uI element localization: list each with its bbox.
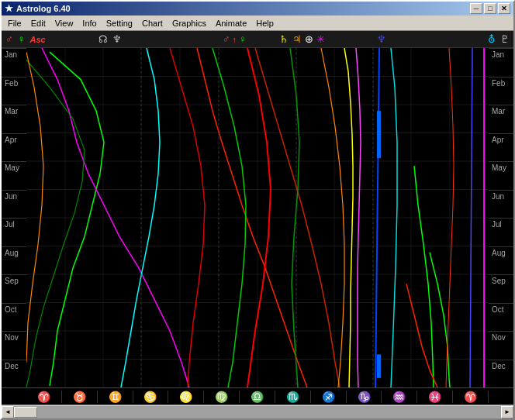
month-jul-right: Jul [489,218,513,246]
menu-bar: File Edit View Info Setting Chart Graphi… [2,15,513,31]
scroll-thumb[interactable] [14,407,37,418]
chart-area: Jan Feb Mar Apr May Jun Jul Aug Sep Oct … [2,48,513,387]
month-apr-left: Apr [2,133,26,162]
app-icon: ★ [5,3,13,14]
main-window: ★ Astrolog 6.40 ─ □ ✕ File Edit View Inf… [0,0,515,420]
minimize-button[interactable]: ─ [470,3,482,14]
planet-symbol-up[interactable]: ↑ [231,35,237,44]
month-aug-left: Aug [2,246,26,275]
zodiac-bar: ♈ ♉ ♊ ♋ ♌ ♍ ♎ ♏ ♐ ♑ ♒ ♓ ♈ [2,387,513,405]
month-jun-right: Jun [489,190,513,219]
planet-symbol-pluto[interactable]: ♇ [498,33,512,45]
planet-symbol-uranus[interactable]: ⛢ [486,33,498,45]
planet-symbol-star[interactable]: ✳ [315,33,327,45]
month-oct-left: Oct [2,303,26,332]
planet-symbol-saturn[interactable]: ♄ [277,33,291,45]
menu-edit[interactable]: Edit [26,16,50,30]
month-sep-right: Sep [489,274,513,303]
close-button[interactable]: ✕ [498,3,510,14]
planet-symbol-neptune2[interactable]: ♆ [375,33,389,45]
zodiac-virgo: ♍ [204,391,240,403]
planet-bar: ♂ ♀ Asc ☊ ♆ ♂ ↑ ♀ ♄ ♃ ⊕ ✳ ♆ ⛢ ♇ [2,31,513,48]
zodiac-aries: ♈ [26,391,62,403]
month-aug-right: Aug [489,246,513,275]
zodiac-aries2: ♈ [453,391,489,403]
zodiac-taurus: ♉ [62,391,98,403]
month-oct-right: Oct [489,303,513,332]
month-jan-left: Jan [2,48,26,77]
window-title: Astrolog 6.40 [16,4,71,13]
menu-file[interactable]: File [3,16,26,30]
month-mar-left: Mar [2,105,26,133]
menu-chart[interactable]: Chart [137,16,168,30]
scrollbar: ◄ ► [2,405,513,418]
scroll-track[interactable] [14,406,501,418]
planet-symbol-mars[interactable]: ♂ [3,33,16,45]
zodiac-cancer: ♋ [133,391,169,403]
title-bar-left: ★ Astrolog 6.40 [5,3,71,14]
month-feb-right: Feb [489,77,513,105]
zodiac-leo: ♌ [168,391,204,403]
planet-symbol-mars2[interactable]: ♂ [221,33,232,45]
month-nov-right: Nov [489,331,513,360]
chart-svg [26,48,489,387]
planet-symbol-node[interactable]: ☊ [96,33,110,45]
scroll-left-button[interactable]: ◄ [2,406,14,418]
planet-symbol-neptune[interactable]: ♆ [110,33,124,45]
zodiac-aquarius: ♒ [382,391,417,403]
month-dec-left: Dec [2,360,26,388]
menu-view[interactable]: View [50,16,78,30]
planet-symbol-venus[interactable]: ♀ [16,33,28,45]
month-jul-left: Jul [2,218,26,246]
scroll-right-button[interactable]: ► [501,406,513,418]
month-may-right: May [489,161,513,190]
menu-info[interactable]: Info [78,16,101,30]
zodiac-capricorn: ♑ [347,391,382,403]
menu-setting[interactable]: Setting [102,16,137,30]
zodiac-scorpio: ♏ [275,391,311,403]
chart-svg-container [26,48,489,387]
planet-symbol-asc[interactable]: Asc [28,35,48,44]
zodiac-gemini: ♊ [98,391,133,403]
menu-help[interactable]: Help [251,16,278,30]
month-mar-right: Mar [489,105,513,133]
title-buttons: ─ □ ✕ [470,3,510,14]
svg-rect-24 [377,111,381,158]
maximize-button[interactable]: □ [484,3,496,14]
month-apr-right: Apr [489,133,513,162]
month-jun-left: Jun [2,190,26,219]
zodiac-libra: ♎ [240,391,275,403]
month-feb-left: Feb [2,77,26,105]
planet-symbol-circle[interactable]: ⊕ [303,33,315,45]
zodiac-pisces: ♓ [417,391,453,403]
month-labels-right: Jan Feb Mar Apr May Jun Jul Aug Sep Oct … [489,48,513,387]
month-jan-right: Jan [489,48,513,77]
month-sep-left: Sep [2,274,26,303]
month-dec-right: Dec [489,360,513,388]
menu-animate[interactable]: Animate [211,16,251,30]
svg-rect-25 [377,354,381,377]
planet-symbol-venus2[interactable]: ♀ [237,33,248,45]
month-labels-left: Jan Feb Mar Apr May Jun Jul Aug Sep Oct … [2,48,26,387]
menu-graphics[interactable]: Graphics [168,16,211,30]
month-may-left: May [2,161,26,190]
planet-symbol-jupiter[interactable]: ♃ [291,33,303,45]
zodiac-sagittarius: ♐ [311,391,347,403]
title-bar: ★ Astrolog 6.40 ─ □ ✕ [2,2,513,15]
month-nov-left: Nov [2,331,26,360]
